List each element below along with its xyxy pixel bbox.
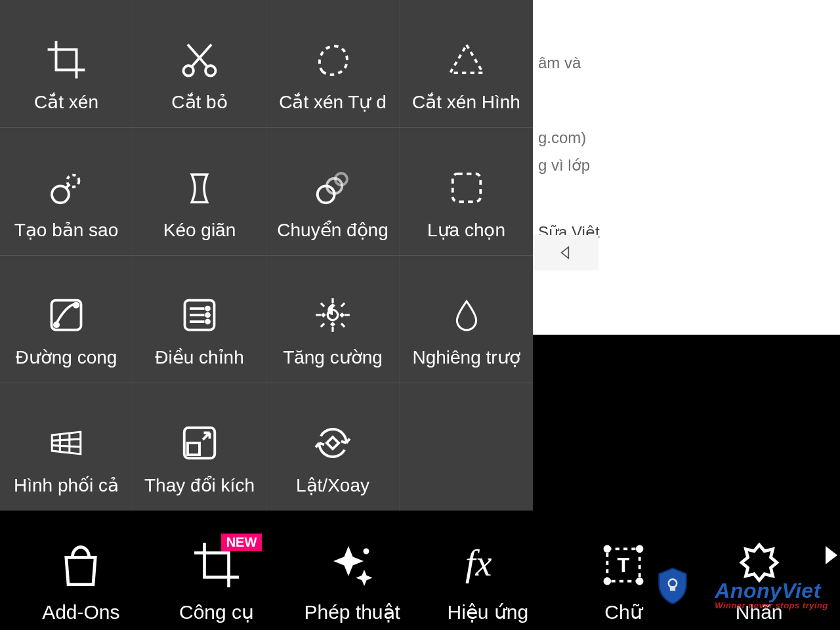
tool-label: Cắt xén [34,91,98,113]
tool-clone[interactable]: Tạo bản sao [0,128,133,255]
tool-tilt-shift[interactable]: Nghiêng trượ [400,256,533,383]
svg-point-14 [206,320,209,324]
tool-label: Thay đổi kích [144,474,255,496]
tool-label: Cắt xén Hình [412,91,520,113]
svg-point-19 [364,549,369,554]
bottom-label: Nhãn [736,601,783,623]
tool-label: Điều chỉnh [155,346,244,368]
bottom-text[interactable]: T Chữ [556,539,692,623]
svg-rect-7 [452,173,480,201]
bg-text-2: g.com) [538,129,586,147]
tool-motion[interactable]: Chuyển động [266,128,400,255]
bg-text-1: âm và [538,54,581,72]
lasso-icon [310,40,356,79]
motion-blur-icon [310,168,356,207]
svg-point-22 [604,546,610,551]
sliders-icon [177,295,222,335]
svg-point-13 [206,314,209,317]
scissors-icon [177,40,222,79]
tool-label: Lựa chọn [427,219,505,241]
selection-icon [444,168,490,207]
svg-point-9 [54,323,58,327]
tool-flip-rotate[interactable]: Lật/Xoay [266,383,400,511]
tool-freeform-crop[interactable]: Cắt xén Tự d [266,0,400,127]
tool-label: Tạo bản sao [14,219,119,241]
tool-curves[interactable]: Đường cong [0,256,133,383]
svg-point-23 [637,546,642,551]
tool-row-2: Tạo bản sao Kéo giãn Chuyển động Lựa chọ… [0,128,533,256]
tool-label: Hình phối cả [14,474,119,496]
new-badge: NEW [221,534,262,551]
enhance-icon [310,295,356,335]
starburst-icon [733,539,786,592]
tool-resize[interactable]: Thay đổi kích [133,383,266,511]
tool-shape-crop[interactable]: Cắt xén Hình [400,0,533,127]
svg-point-12 [206,307,209,310]
svg-point-10 [74,303,78,307]
tool-row-3: Đường cong Điều chỉnh Tăng cường Nghiêng… [0,256,533,384]
tool-perspective[interactable]: Hình phối cả [0,383,133,511]
droplet-icon [444,295,490,335]
tool-stretch[interactable]: Kéo giãn [133,128,266,255]
bottom-toolbar: Add-Ons NEW Công cụ Phép thuật fx Hiệu ứ… [0,511,840,630]
bottom-addons[interactable]: Add-Ons [13,539,149,623]
tool-label: Cắt bỏ [171,91,227,113]
crop-icon [43,40,89,79]
perspective-grid-icon [43,423,89,463]
resize-icon [177,423,222,463]
svg-point-24 [604,579,610,584]
tool-label: Đường cong [16,346,117,368]
bottom-label: Add-Ons [42,601,119,623]
tool-row-1: Cắt xén Cắt bỏ Cắt xén Tự d Cắt xén Hình [0,0,533,128]
tool-label: Kéo giãn [163,220,236,241]
triangle-back-icon [557,244,574,261]
bottom-label: Phép thuật [304,600,400,623]
tool-label: Nghiêng trượ [412,346,520,368]
tool-adjust[interactable]: Điều chỉnh [133,256,266,383]
svg-text:T: T [618,554,630,577]
back-nav-button[interactable] [533,235,598,270]
bg-text-3: g vì lớp [538,156,590,175]
tool-select[interactable]: Lựa chọn [400,128,533,255]
bottom-label: Công cụ [179,600,254,623]
tool-enhance[interactable]: Tăng cường [266,256,400,383]
svg-rect-17 [188,443,200,455]
tool-row-4: Hình phối cả Thay đổi kích Lật/Xoay [0,383,533,511]
svg-rect-18 [327,437,339,449]
rotate-icon [310,423,356,463]
tools-menu-panel: Cắt xén Cắt bỏ Cắt xén Tự d Cắt xén Hình [0,0,533,511]
bottom-magic[interactable]: Phép thuật [284,539,420,623]
svg-text:fx: fx [465,543,492,583]
fx-icon: fx [461,539,514,591]
tool-cut[interactable]: Cắt bỏ [133,0,266,127]
tool-label: Tăng cường [283,346,383,368]
bottom-label: Hiệu ứng [447,600,528,623]
svg-point-2 [52,186,69,203]
bottom-tools[interactable]: NEW Công cụ [149,539,285,623]
text-box-icon: T [597,539,650,591]
bottom-label: Chữ [604,600,642,623]
svg-point-1 [205,66,216,76]
clone-stamp-icon [43,168,89,207]
triangle-shape-icon [444,40,490,79]
bottom-effects[interactable]: fx Hiệu ứng [420,539,556,623]
svg-point-25 [637,579,642,584]
stretch-icon [177,169,222,208]
curves-icon [43,295,89,335]
tool-crop[interactable]: Cắt xén [0,0,133,127]
sparkle-icon [326,539,379,591]
svg-point-0 [183,66,194,76]
tool-label: Chuyển động [277,219,388,241]
bottom-sticker[interactable]: Nhãn [691,539,827,623]
shopping-bag-icon [54,539,107,592]
tool-label: Lật/Xoay [296,474,369,496]
tool-label: Cắt xén Tự d [279,91,387,113]
scroll-right-arrow[interactable] [826,546,837,564]
